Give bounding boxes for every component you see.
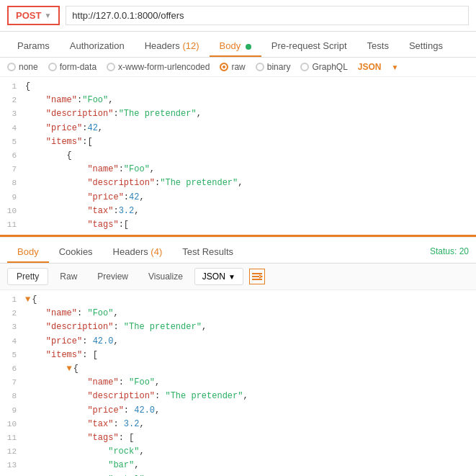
req-line-1: 1 { <box>0 80 476 94</box>
req-line-3: 3 "description":"The pretender", <box>0 107 476 121</box>
radio-formdata <box>48 63 57 71</box>
resp-line-5: 5 "items": [ <box>0 349 476 362</box>
tab-prerequest[interactable]: Pre-request Script <box>261 36 357 57</box>
method-dropdown-arrow: ▼ <box>44 12 51 19</box>
resp-line-8: 8 "description": "The pretender", <box>0 390 476 403</box>
radio-none <box>7 63 16 71</box>
resp-line-6: 6 ▼{ <box>0 362 476 376</box>
resp-tab-testresults[interactable]: Test Results <box>172 242 243 263</box>
radio-binary <box>256 63 264 71</box>
body-type-selectors: none form-data x-www-form-urlencoded raw… <box>0 58 476 77</box>
radio-graphql <box>300 63 309 71</box>
resp-line-9: 9 "price": 42.0, <box>0 404 476 418</box>
req-line-4: 4 "price":42, <box>0 122 476 135</box>
wrap-toggle-button[interactable] <box>249 269 265 284</box>
collapse-icon-6[interactable]: ▼ <box>67 364 72 374</box>
body-format-json-label[interactable]: JSON <box>358 62 382 72</box>
body-type-urlencoded[interactable]: x-www-form-urlencoded <box>107 62 210 72</box>
resp-tab-headers[interactable]: Headers (4) <box>103 242 173 263</box>
body-type-formdata[interactable]: form-data <box>48 62 96 72</box>
response-code-editor: 1 ▼{ 2 "name": "Foo", 3 "description": "… <box>0 290 476 476</box>
req-line-5: 5 "items":[ <box>0 135 476 149</box>
json-format-label: JSON <box>202 271 225 282</box>
view-tab-raw[interactable]: Raw <box>51 269 86 284</box>
body-type-none[interactable]: none <box>7 62 38 72</box>
req-line-2: 2 "name":"Foo", <box>0 94 476 107</box>
view-tab-preview[interactable]: Preview <box>89 269 137 284</box>
resp-line-12: 12 "rock", <box>0 445 476 459</box>
collapse-icon-1[interactable]: ▼ <box>25 295 30 305</box>
req-line-11: 11 "tags":[ <box>0 218 476 232</box>
json-format-button[interactable]: JSON ▼ <box>194 268 243 285</box>
request-tabs: Params Authorization Headers (12) Body P… <box>0 32 476 58</box>
tab-body[interactable]: Body <box>210 36 261 57</box>
resp-line-3: 3 "description": "The pretender", <box>0 320 476 334</box>
req-line-10: 10 "tax":3.2, <box>0 205 476 218</box>
resp-line-1: 1 ▼{ <box>0 293 476 307</box>
method-label: POST <box>16 10 41 21</box>
url-input[interactable] <box>66 6 469 25</box>
body-type-graphql[interactable]: GraphQL <box>300 62 347 72</box>
resp-line-13: 13 "bar", <box>0 459 476 472</box>
tab-tests[interactable]: Tests <box>357 36 399 57</box>
view-tab-pretty[interactable]: Pretty <box>7 268 48 285</box>
tab-authorization[interactable]: Authorization <box>60 36 135 57</box>
req-line-9: 9 "price":42, <box>0 191 476 205</box>
radio-urlencoded <box>107 63 115 71</box>
resp-line-14: 14 "metal" <box>0 473 476 477</box>
resp-line-4: 4 "price": 42.0, <box>0 335 476 349</box>
resp-line-7: 7 "name": "Foo", <box>0 376 476 390</box>
tab-headers[interactable]: Headers (12) <box>135 36 210 57</box>
req-line-8: 8 "description":"The pretender", <box>0 176 476 190</box>
headers-badge: (12) <box>182 40 199 51</box>
url-bar: POST ▼ <box>0 0 476 32</box>
resp-headers-badge: (4) <box>151 246 162 257</box>
resp-line-11: 11 "tags": [ <box>0 431 476 445</box>
body-format-dropdown-arrow[interactable]: ▼ <box>392 63 399 71</box>
body-active-dot <box>246 44 251 50</box>
method-button[interactable]: POST ▼ <box>7 6 60 25</box>
wrap-icon <box>251 271 263 282</box>
tab-params[interactable]: Params <box>7 36 60 57</box>
resp-line-2: 2 "name": "Foo", <box>0 307 476 320</box>
view-tabs: Pretty Raw Preview Visualize JSON ▼ <box>0 264 476 290</box>
resp-tab-body[interactable]: Body <box>7 242 49 263</box>
resp-tab-cookies[interactable]: Cookies <box>49 242 103 263</box>
tab-settings[interactable]: Settings <box>399 36 453 57</box>
view-tab-visualize[interactable]: Visualize <box>140 269 192 284</box>
radio-raw <box>220 63 228 71</box>
json-format-arrow: ▼ <box>228 273 235 281</box>
body-type-binary[interactable]: binary <box>256 62 291 72</box>
response-status: Status: 20 <box>430 246 469 259</box>
resp-line-10: 10 "tax": 3.2, <box>0 418 476 431</box>
req-line-7: 7 "name":"Foo", <box>0 163 476 176</box>
req-line-6: 6 { <box>0 149 476 163</box>
response-tabs: Body Cookies Headers (4) Test Results St… <box>0 237 476 264</box>
body-type-raw[interactable]: raw <box>220 62 245 72</box>
request-code-editor[interactable]: 1 { 2 "name":"Foo", 3 "description":"The… <box>0 77 476 237</box>
